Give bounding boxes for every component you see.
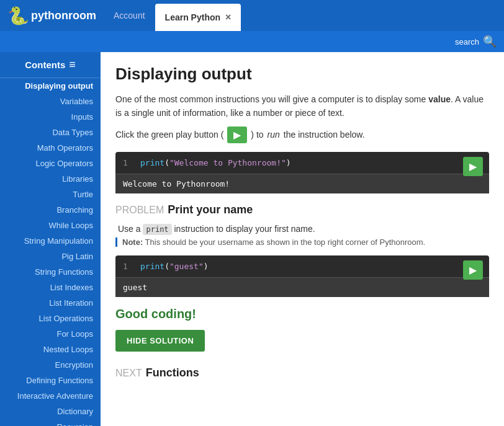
sidebar: Contents ≡ Displaying outputVariablesInp…: [0, 52, 101, 426]
sidebar-header: Contents ≡: [0, 52, 101, 78]
run-button-1[interactable]: ▶: [463, 157, 483, 176]
app-header: 🐍 pythonroom Account Learn Python ×: [0, 0, 504, 31]
search-icon[interactable]: 🔍: [483, 35, 497, 48]
sidebar-item-libraries[interactable]: Libraries: [0, 171, 101, 187]
python-logo-icon: 🐍: [7, 6, 27, 25]
problem-heading: PROBLEMPrint your name: [115, 203, 489, 216]
play-button-example[interactable]: ▶: [227, 126, 247, 143]
line-number-2: 1: [123, 262, 132, 271]
line-number-1: 1: [123, 158, 132, 167]
app-title: pythonroom: [31, 9, 96, 22]
sidebar-item-defining-functions[interactable]: Defining Functions: [0, 373, 101, 388]
sidebar-item-while-loops[interactable]: While Loops: [0, 218, 101, 233]
code-text-1: print("Welcome to Pythonroom!"): [140, 158, 291, 167]
sidebar-item-list-indexes[interactable]: List Indexes: [0, 280, 101, 295]
logo-area: 🐍 pythonroom: [0, 6, 104, 25]
menu-icon: ≡: [69, 58, 76, 71]
search-bar: search 🔍: [0, 31, 504, 52]
tab-close-icon[interactable]: ×: [225, 12, 231, 23]
sidebar-item-interactive-adventure[interactable]: Interactive Adventure: [0, 388, 101, 404]
sidebar-item-recursion[interactable]: Recursion: [0, 419, 101, 426]
code-output-2: guest: [115, 277, 489, 297]
sidebar-item-pig-latin[interactable]: Pig Latin: [0, 249, 101, 264]
code-line-2: 1 print("guest"): [115, 255, 489, 277]
sidebar-item-dictionary[interactable]: Dictionary: [0, 404, 101, 419]
sidebar-item-string-functions[interactable]: String Functions: [0, 264, 101, 280]
sidebar-item-logic-operators[interactable]: Logic Operators: [0, 156, 101, 171]
print-code-inline: print: [143, 224, 171, 235]
page-title: Displaying output: [115, 64, 489, 84]
code-output-1: Welcome to Pythonroom!: [115, 174, 489, 193]
sidebar-item-variables[interactable]: Variables: [0, 94, 101, 109]
intro-paragraph: One of the most common instructions you …: [115, 92, 489, 120]
sidebar-item-string-manipulation[interactable]: String Manipulation: [0, 233, 101, 249]
nav-area: Account Learn Python ×: [104, 0, 504, 31]
code-text-2: print("guest"): [140, 262, 209, 271]
sidebar-item-list-operations[interactable]: List Operations: [0, 311, 101, 326]
sidebar-item-list-iteration[interactable]: List Iteration: [0, 295, 101, 311]
sidebar-item-inputs[interactable]: Inputs: [0, 109, 101, 125]
sidebar-item-nested-loops[interactable]: Nested Loops: [0, 342, 101, 357]
sidebar-item-math-operators[interactable]: Math Operators: [0, 140, 101, 156]
sidebar-item-for-loops[interactable]: For Loops: [0, 326, 101, 342]
contents-label: Contents: [25, 60, 65, 70]
code-line-1: 1 print("Welcome to Pythonroom!"): [115, 152, 489, 174]
code-block-1: 1 print("Welcome to Pythonroom!") Welcom…: [115, 152, 489, 193]
sidebar-item-encryption[interactable]: Encryption: [0, 357, 101, 373]
sidebar-item-data-types[interactable]: Data Types: [0, 125, 101, 140]
note-line: Note: This should be your username as sh…: [115, 237, 489, 247]
hide-solution-button[interactable]: HIDE SOLUTION: [115, 330, 205, 352]
learn-python-tab[interactable]: Learn Python ×: [155, 4, 241, 31]
good-coding-label: Good coding!: [115, 307, 489, 321]
sidebar-items-list: Displaying outputVariablesInputsData Typ…: [0, 78, 101, 426]
problem-description: Use a print instruction to display your …: [115, 224, 489, 234]
code-block-2: 1 print("guest") guest ▶: [115, 255, 489, 297]
next-section: NEXTFunctions: [115, 366, 489, 379]
sidebar-item-displaying-output[interactable]: Displaying output: [0, 78, 101, 94]
search-label: search: [455, 37, 479, 47]
run-instruction: Click the green play button ( ▶ ) to run…: [115, 126, 489, 143]
account-tab[interactable]: Account: [104, 0, 155, 31]
run-button-2[interactable]: ▶: [463, 260, 483, 280]
sidebar-item-turtle[interactable]: Turtle: [0, 187, 101, 202]
sidebar-item-branching[interactable]: Branching: [0, 202, 101, 218]
content-area: Displaying output One of the most common…: [101, 52, 504, 426]
main-layout: Contents ≡ Displaying outputVariablesInp…: [0, 52, 504, 426]
